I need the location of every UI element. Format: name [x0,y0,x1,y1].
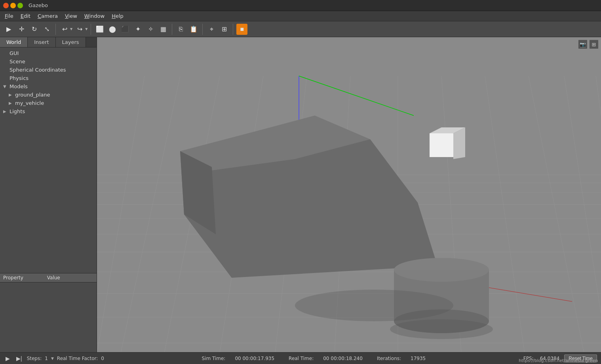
steps-label: Steps: [27,356,42,361]
tab-world[interactable]: World [0,37,28,47]
screenshot-icon[interactable]: 📷 [578,40,588,49]
tree-view: GUI Scene Spherical Coordinates Physics … [0,47,97,273]
toolbar-separator-2 [91,24,91,35]
settings-icon[interactable]: ⊞ [589,40,599,49]
tree-item-physics[interactable]: Physics [0,74,97,82]
left-panel: World Insert Layers GUI Scene Spherical … [0,37,97,352]
property-col-header: Property [3,275,23,281]
close-button[interactable] [3,3,9,8]
menu-window[interactable]: Window [81,12,108,20]
ground-plane-arrow: ▶ [9,93,13,97]
sphere-button[interactable]: ⬤ [107,24,118,35]
url-display: https://blog.csdn.net/amnesia green [519,358,598,363]
tree-item-models[interactable]: ▼ Models [0,82,97,91]
lights-label: Lights [10,108,25,114]
menubar: File Edit Camera View Window Help [0,11,601,21]
content-area: World Insert Layers GUI Scene Spherical … [0,37,601,352]
my-vehicle-label: my_vehicle [15,100,44,106]
main-layout: ▶ ✛ ↻ ⤡ ↩ ▼ ↪ ▼ ⬜ ⬤ ⬛ ✦ ✧ ▦ ⎘ 📋 ⌖ ⊞ ■ [0,21,601,364]
window-controls [3,3,23,8]
world-tabs: World Insert Layers [0,37,97,47]
svg-rect-34 [430,133,453,157]
toolbar: ▶ ✛ ↻ ⤡ ↩ ▼ ↪ ▼ ⬜ ⬤ ⬛ ✦ ✧ ▦ ⎘ 📋 ⌖ ⊞ ■ [0,21,601,37]
paste-button[interactable]: 📋 [188,24,199,35]
app-title: Gazebo [29,2,48,8]
svg-point-38 [390,319,493,339]
play-button[interactable]: ▶ [4,355,11,362]
viewport-icons: 📷 ⊞ [578,40,599,49]
real-time-factor-value: 0 [101,356,104,361]
snap-button[interactable]: ⌖ [206,24,217,35]
redo-arrow[interactable]: ▼ [85,27,87,31]
active-mode-button[interactable]: ■ [236,24,247,35]
spherical-label: Spherical Coordinates [10,67,66,73]
cylinder-button[interactable]: ⬛ [120,24,131,35]
property-panel: Property Value [0,273,97,352]
step-button[interactable]: ▶| [15,355,24,362]
tab-layers[interactable]: Layers [56,37,86,47]
ground-plane-label: ground_plane [15,92,50,98]
minimize-button[interactable] [10,3,16,8]
dirlight-button[interactable]: ▦ [158,24,169,35]
tree-item-spherical-coords[interactable]: Spherical Coordinates [0,66,97,74]
sim-time-label: Sim Time: [202,356,226,361]
pointlight-button[interactable]: ✦ [132,24,143,35]
tree-item-gui[interactable]: GUI [0,49,97,57]
statusbar-mid: Sim Time: 00 00:00:17.935 Real Time: 00 … [202,356,426,361]
menu-camera[interactable]: Camera [34,12,61,20]
tree-item-scene[interactable]: Scene [0,57,97,66]
statusbar-left: ▶ ▶| Steps: 1 ▼ Real Time Factor: 0 [4,355,104,362]
real-time-label: Real Time: [289,356,314,361]
redo-group: ↪ ▼ [74,24,87,35]
toolbar-separator-5 [233,24,233,35]
scene-label: Scene [10,59,25,64]
toolbar-separator-1 [55,24,56,35]
tree-item-my-vehicle[interactable]: ▶ my_vehicle [0,99,97,107]
select-tool-button[interactable]: ▶ [3,24,14,35]
redo-button[interactable]: ↪ [74,24,85,35]
real-time-value: 00 00:00:18.240 [323,356,363,361]
spotlight-button[interactable]: ✧ [145,24,156,35]
viewport[interactable]: 📷 ⊞ [97,37,601,352]
menu-file[interactable]: File [2,12,17,20]
maximize-button[interactable] [17,3,23,8]
menu-view[interactable]: View [62,12,80,20]
undo-button[interactable]: ↩ [59,24,70,35]
menu-edit[interactable]: Edit [17,12,34,20]
lights-arrow: ▶ [3,109,8,114]
toolbar-separator-3 [172,24,172,35]
undo-arrow[interactable]: ▼ [70,27,72,31]
svg-point-37 [295,290,453,321]
tab-insert[interactable]: Insert [28,37,55,47]
real-time-factor-label: Real Time Factor: [57,356,98,361]
rotate-tool-button[interactable]: ↻ [29,24,40,35]
svg-point-33 [394,258,489,282]
steps-arrow[interactable]: ▼ [51,356,54,360]
copy-button[interactable]: ⎘ [175,24,186,35]
align-button[interactable]: ⊞ [219,24,230,35]
physics-label: Physics [10,75,29,81]
gui-label: GUI [10,50,19,56]
box-button[interactable]: ⬜ [94,24,105,35]
steps-value: 1 [45,356,48,361]
models-label: Models [10,83,28,89]
iterations-label: Iterations: [377,356,401,361]
models-arrow: ▼ [3,84,8,89]
tree-item-lights[interactable]: ▶ Lights [0,107,97,116]
menu-help[interactable]: Help [108,12,127,20]
viewport-canvas [97,37,601,352]
value-col-header: Value [47,275,60,281]
undo-group: ↩ ▼ [59,24,72,35]
statusbar: ▶ ▶| Steps: 1 ▼ Real Time Factor: 0 Sim … [0,352,601,364]
tree-item-ground-plane[interactable]: ▶ ground_plane [0,91,97,99]
iterations-value: 17935 [411,356,426,361]
translate-tool-button[interactable]: ✛ [16,24,27,35]
sim-time-value: 00 00:00:17.935 [235,356,274,361]
scale-tool-button[interactable]: ⤡ [41,24,52,35]
titlebar: Gazebo [0,0,601,11]
toolbar-separator-4 [202,24,203,35]
property-header: Property Value [0,273,97,282]
my-vehicle-arrow: ▶ [9,101,13,105]
